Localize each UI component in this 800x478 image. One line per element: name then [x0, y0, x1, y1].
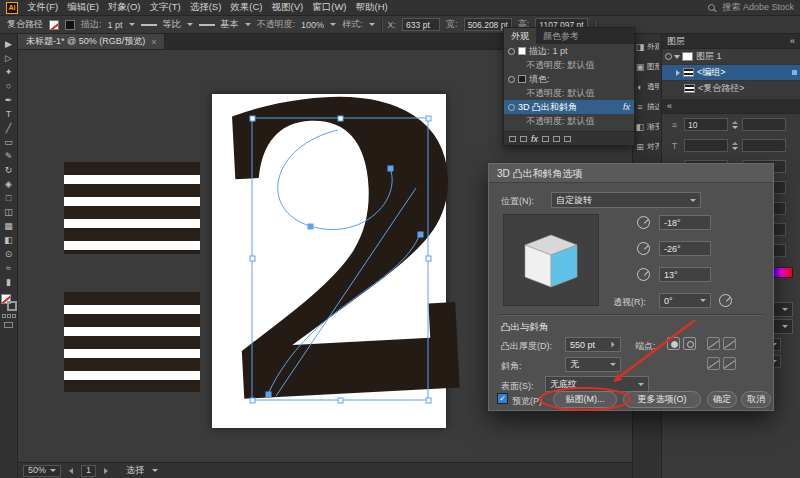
stepper[interactable]	[732, 121, 738, 129]
chevron-down-icon[interactable]	[330, 23, 336, 26]
striped-artwork-top[interactable]	[64, 162, 200, 254]
dock-graphic-styles[interactable]: ▣图形样式	[633, 57, 661, 77]
appearance-row-opacity[interactable]: 不透明度: 默认值	[504, 58, 634, 72]
dock-transparency[interactable]: ◐透明度	[633, 77, 661, 97]
artboard-nav-field[interactable]: 1	[81, 465, 96, 477]
field-input[interactable]	[684, 139, 728, 152]
prev-artboard-icon[interactable]	[69, 468, 73, 474]
zoom-level-select[interactable]: 50%	[23, 465, 61, 477]
appearance-row-fill[interactable]: 填色:	[504, 72, 634, 86]
bevel-outside-icon[interactable]	[707, 337, 720, 350]
document-tab[interactable]: 未标题-1* @ 50% (RGB/预览) ×	[18, 34, 165, 49]
fx-badge[interactable]: fx	[623, 102, 630, 112]
preview-checkbox[interactable]: ✓	[497, 393, 508, 404]
menu-item-effect[interactable]: 效果(C)	[230, 1, 262, 14]
visibility-eye-icon[interactable]	[508, 104, 515, 111]
rectangle-tool[interactable]: ▭	[1, 135, 17, 149]
x-field[interactable]: 633 pt	[402, 18, 440, 31]
position-dropdown[interactable]: 自定旋转	[551, 192, 701, 208]
expand-triangle-icon[interactable]	[674, 55, 680, 59]
current-tool-status[interactable]: 选择	[126, 464, 144, 477]
dialog-title[interactable]: 3D 凸出和斜角选项	[489, 164, 773, 183]
dock-appearance[interactable]: ◨外观	[633, 37, 661, 57]
collapse-icon[interactable]: «	[790, 36, 795, 46]
menu-item-view[interactable]: 视图(V)	[272, 1, 304, 14]
menu-item-select[interactable]: 选择(S)	[190, 1, 222, 14]
app-logo[interactable]: Ai	[6, 2, 18, 14]
new-effect-icon[interactable]: fx	[531, 134, 538, 144]
dock-gradient[interactable]: ◧渐变	[633, 117, 661, 137]
field-input[interactable]	[742, 139, 786, 152]
lasso-tool[interactable]: ○	[1, 79, 17, 93]
tab-color-guide[interactable]: 颜色参考	[536, 28, 586, 44]
opacity-value[interactable]: 100%	[301, 20, 324, 30]
ok-button[interactable]: 确定	[707, 391, 737, 408]
stock-search-field[interactable]: 搜索 Adobe Stock	[722, 1, 794, 14]
gradient-tool[interactable]: ◧	[1, 233, 17, 247]
scale-tool[interactable]: ◈	[1, 177, 17, 191]
blend-tool[interactable]: ≈	[1, 261, 17, 275]
draw-normal-icon[interactable]	[2, 314, 6, 318]
stepper[interactable]	[732, 142, 738, 150]
chevron-down-icon[interactable]	[369, 23, 375, 26]
chevron-down-icon[interactable]	[129, 23, 135, 26]
draw-behind-icon[interactable]	[7, 314, 11, 318]
field-input[interactable]: 10	[684, 118, 728, 131]
menu-item-object[interactable]: 对象(O)	[108, 1, 141, 14]
brush-definition-value[interactable]: 基本	[221, 18, 239, 31]
perspective-field[interactable]: 0°	[659, 293, 711, 308]
rotate-x-field[interactable]: -18°	[659, 215, 711, 230]
cap-hollow-icon[interactable]	[683, 337, 696, 350]
numeral-2-shape[interactable]: 2	[200, 50, 499, 459]
cancel-button[interactable]: 取消	[741, 391, 771, 408]
tab-appearance[interactable]: 外观	[504, 28, 536, 44]
perspective-dial-icon[interactable]	[719, 294, 732, 307]
track-cube[interactable]	[503, 214, 599, 306]
bevel-inside-icon[interactable]	[723, 337, 736, 350]
fill-swatch[interactable]	[49, 20, 59, 30]
layer-row[interactable]: <编组>	[662, 65, 800, 81]
next-artboard-icon[interactable]	[104, 468, 108, 474]
extrude-depth-field[interactable]: 550 pt	[565, 337, 621, 352]
selection-tool[interactable]: ▶	[1, 37, 17, 51]
rotate-y-dial-icon[interactable]	[637, 242, 650, 255]
surface-dropdown[interactable]: 无底纹	[545, 376, 649, 392]
fill-swatch[interactable]	[518, 75, 526, 83]
bevel-space-icon[interactable]	[723, 357, 736, 370]
visibility-eye-icon[interactable]	[508, 48, 515, 55]
chevron-down-icon[interactable]	[245, 23, 251, 26]
new-stroke-icon[interactable]	[509, 136, 516, 142]
visibility-eye-icon[interactable]	[665, 53, 672, 60]
drawing-modes[interactable]	[2, 314, 16, 318]
more-options-button[interactable]: 更多选项(O)	[623, 391, 701, 408]
shape-builder-tool[interactable]: ◫	[1, 205, 17, 219]
layer-row[interactable]: <复合路径>	[662, 81, 800, 97]
appearance-row-opacity[interactable]: 不透明度: 默认值	[504, 86, 634, 100]
magic-wand-tool[interactable]: ✦	[1, 65, 17, 79]
menu-item-window[interactable]: 窗口(W)	[312, 1, 346, 14]
screen-mode-icon[interactable]	[4, 322, 13, 328]
layer-row[interactable]: 图层 1	[662, 49, 800, 65]
search-icon[interactable]	[708, 4, 715, 11]
mesh-tool[interactable]: ▦	[1, 219, 17, 233]
menu-item-edit[interactable]: 编辑(E)	[67, 1, 99, 14]
chevron-down-icon[interactable]	[187, 23, 193, 26]
new-fill-icon[interactable]	[520, 136, 527, 142]
cap-solid-icon[interactable]	[667, 337, 680, 350]
menu-item-help[interactable]: 帮助(H)	[356, 1, 388, 14]
menu-item-type[interactable]: 文字(T)	[150, 1, 181, 14]
expand-triangle-icon[interactable]	[676, 70, 680, 76]
draw-inside-icon[interactable]	[12, 314, 16, 318]
striped-artwork-bottom[interactable]	[64, 292, 200, 392]
width-profile-value[interactable]: 等比	[163, 18, 181, 31]
eyedropper-tool[interactable]: ⊙	[1, 247, 17, 261]
stroke-swatch[interactable]	[65, 20, 75, 30]
dock-stroke[interactable]: ≡描边	[633, 97, 661, 117]
line-tool[interactable]: ╱	[1, 121, 17, 135]
type-tool[interactable]: T	[1, 107, 17, 121]
stroke-swatch[interactable]	[518, 47, 526, 55]
duplicate-item-icon[interactable]	[553, 136, 560, 142]
dock-align[interactable]: ⊞对齐	[633, 137, 661, 157]
pen-tool[interactable]: ✒	[1, 93, 17, 107]
rotate-y-field[interactable]: -26°	[659, 241, 711, 256]
